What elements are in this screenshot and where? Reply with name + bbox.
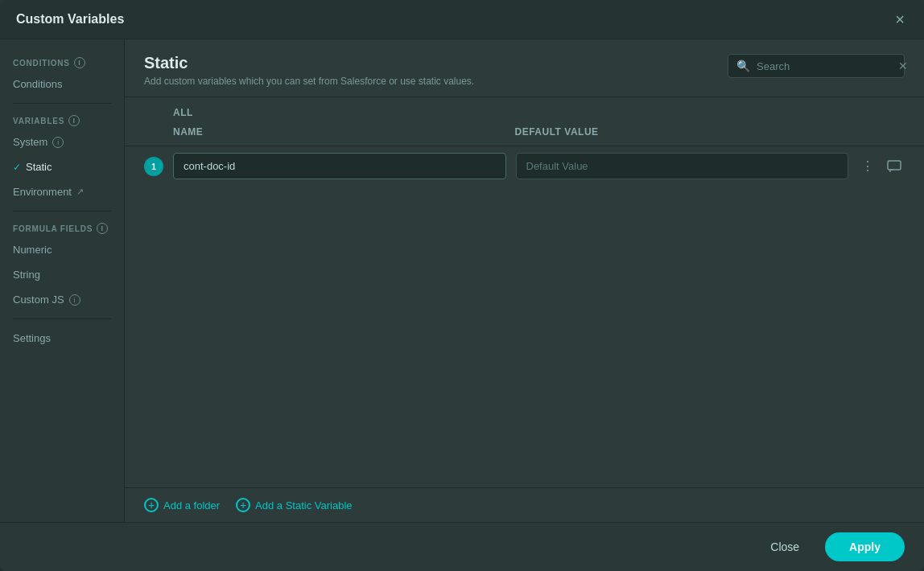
sidebar-divider-1: [13, 103, 111, 104]
formula-section-label: FORMULA FIELDS i: [0, 218, 124, 237]
svg-rect-0: [888, 161, 901, 170]
conditions-info-icon[interactable]: i: [74, 57, 85, 68]
col-default-header: Default Value: [515, 126, 857, 138]
content-footer: + Add a folder + Add a Static Variable: [125, 487, 924, 522]
row-number: 1: [144, 157, 163, 176]
name-input[interactable]: [173, 153, 506, 179]
more-options-button[interactable]: ⋮: [858, 155, 877, 177]
sidebar-item-conditions[interactable]: Conditions: [0, 72, 124, 97]
content-title-area: Static Add custom variables which you ca…: [144, 54, 474, 87]
formula-info-icon[interactable]: i: [97, 223, 108, 234]
custom-variables-modal: Custom Variables × CONDITIONS i Conditio…: [0, 0, 924, 571]
system-info-icon[interactable]: i: [52, 137, 64, 148]
col-name-header: Name: [173, 126, 515, 138]
external-link-icon: ↗: [76, 187, 84, 197]
table-row: 1 ⋮: [125, 146, 924, 186]
add-folder-link[interactable]: + Add a folder: [144, 498, 220, 512]
comment-button[interactable]: [884, 157, 905, 176]
add-variable-icon: +: [236, 498, 250, 512]
modal-footer: Close Apply: [0, 522, 924, 571]
sidebar-item-system[interactable]: System i: [0, 129, 124, 154]
main-content: Static Add custom variables which you ca…: [125, 39, 924, 522]
table-header: Name Default Value: [125, 118, 924, 146]
sidebar-item-string[interactable]: String: [0, 262, 124, 287]
close-x-button[interactable]: ×: [892, 11, 908, 27]
content-header: Static Add custom variables which you ca…: [125, 39, 924, 97]
col-all-label: All: [173, 107, 905, 118]
variables-section-label: VARIABLES i: [0, 110, 124, 129]
modal-title: Custom Variables: [16, 12, 124, 27]
modal-body: CONDITIONS i Conditions VARIABLES i Syst…: [0, 39, 924, 522]
search-box: 🔍 ✕: [728, 54, 905, 78]
content-title: Static: [144, 54, 474, 72]
sidebar-divider-2: [13, 211, 111, 212]
content-area: All Name Default Value 1 ⋮: [125, 97, 924, 487]
sidebar-item-customjs[interactable]: Custom JS i: [0, 287, 124, 312]
default-value-input[interactable]: [516, 153, 849, 179]
close-button[interactable]: Close: [754, 532, 815, 561]
content-subtitle: Add custom variables which you can set f…: [144, 76, 474, 87]
apply-button[interactable]: Apply: [825, 532, 905, 561]
sidebar-item-numeric[interactable]: Numeric: [0, 237, 124, 262]
check-icon: ✓: [13, 162, 21, 173]
folder-header: All: [125, 97, 924, 118]
search-input[interactable]: [757, 60, 892, 72]
search-icon: 🔍: [736, 60, 750, 72]
sidebar-divider-3: [13, 318, 111, 319]
modal-header: Custom Variables ×: [0, 0, 924, 39]
search-clear-icon[interactable]: ✕: [898, 60, 908, 72]
sidebar-item-static[interactable]: ✓ Static: [0, 154, 124, 179]
row-actions: ⋮: [858, 155, 905, 177]
sidebar-item-settings[interactable]: Settings: [0, 326, 124, 351]
variables-info-icon[interactable]: i: [68, 115, 80, 126]
sidebar: CONDITIONS i Conditions VARIABLES i Syst…: [0, 39, 125, 522]
add-folder-icon: +: [144, 498, 159, 512]
customjs-info-icon[interactable]: i: [69, 294, 80, 306]
conditions-section-label: CONDITIONS i: [0, 52, 124, 72]
sidebar-item-environment[interactable]: Environment ↗: [0, 179, 124, 204]
add-variable-link[interactable]: + Add a Static Variable: [236, 498, 352, 512]
